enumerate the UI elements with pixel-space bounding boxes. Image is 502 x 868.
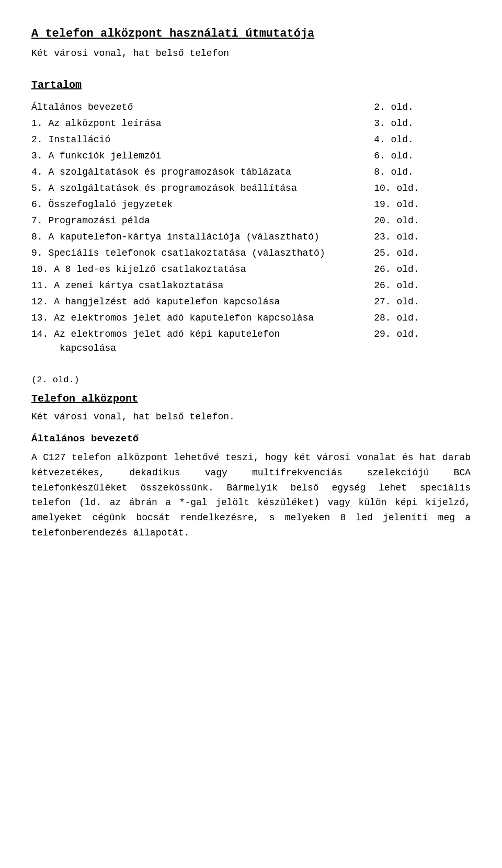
toc-row: 4. A szolgáltatások és programozások táb… bbox=[31, 164, 471, 180]
toc-row: 11. A zenei kártya csatlakoztatása26. ol… bbox=[31, 278, 471, 294]
section-ref: (2. old.) bbox=[31, 373, 471, 387]
toc-row: 7. Programozási példa20. old. bbox=[31, 213, 471, 229]
toc-row: 9. Speciális telefonok csatlakoztatása (… bbox=[31, 245, 471, 261]
toc-item-page: 29. old. bbox=[374, 326, 471, 357]
toc-item-label: 6. Összefoglaló jegyzetek bbox=[31, 197, 374, 213]
page-title: A telefon alközpont használati útmutatój… bbox=[31, 25, 471, 42]
toc-row: 2. Installáció4. old. bbox=[31, 132, 471, 148]
toc-item-page: 26. old. bbox=[374, 278, 471, 294]
toc-item-label: 5. A szolgáltatások és programozások beá… bbox=[31, 180, 374, 197]
toc-row: Általános bevezető2. old. bbox=[31, 99, 471, 116]
toc-item-label: 10. A 8 led-es kijelző csatlakoztatása bbox=[31, 261, 374, 278]
body-paragraph: A C127 telefon alközpont lehetővé teszi,… bbox=[31, 450, 471, 541]
toc-item-page: 6. old. bbox=[374, 148, 471, 164]
section-bold-heading: Általános bevezető bbox=[31, 431, 471, 447]
toc-row: 12. A hangjelzést adó kaputelefon kapcso… bbox=[31, 294, 471, 310]
toc-item-page: 2. old. bbox=[374, 99, 471, 116]
toc-item-page: 19. old. bbox=[374, 197, 471, 213]
section-title: Telefon alközpont bbox=[31, 391, 471, 407]
toc-item-page: 10. old. bbox=[374, 180, 471, 197]
toc-item-label: 9. Speciális telefonok csatlakoztatása (… bbox=[31, 245, 374, 261]
toc-row: 13. Az elektromos jelet adó kaputelefon … bbox=[31, 310, 471, 326]
toc-item-label: 3. A funkciók jellemzői bbox=[31, 148, 374, 164]
toc-heading: Tartalom bbox=[31, 77, 471, 93]
toc-item-page: 27. old. bbox=[374, 294, 471, 310]
toc-item-page: 8. old. bbox=[374, 164, 471, 180]
toc-row: 8. A kaputelefon-kártya installációja (v… bbox=[31, 229, 471, 245]
toc-item-label: 1. Az alközpont leírása bbox=[31, 116, 374, 132]
toc-item-label: 13. Az elektromos jelet adó kaputelefon … bbox=[31, 310, 374, 326]
toc-item-page: 4. old. bbox=[374, 132, 471, 148]
toc-row: 1. Az alközpont leírása3. old. bbox=[31, 116, 471, 132]
toc-table: Általános bevezető2. old.1. Az alközpont… bbox=[31, 99, 471, 357]
toc-item-page: 28. old. bbox=[374, 310, 471, 326]
toc-item-label: 7. Programozási példa bbox=[31, 213, 374, 229]
toc-item-label: 14. Az elektromos jelet adó képi kaputel… bbox=[31, 326, 374, 357]
toc-item-label: 11. A zenei kártya csatlakoztatása bbox=[31, 278, 374, 294]
toc-row: 14. Az elektromos jelet adó képi kaputel… bbox=[31, 326, 471, 357]
toc-item-label: 12. A hangjelzést adó kaputelefon kapcso… bbox=[31, 294, 374, 310]
toc-row: 6. Összefoglaló jegyzetek19. old. bbox=[31, 197, 471, 213]
toc-row: 3. A funkciók jellemzői6. old. bbox=[31, 148, 471, 164]
toc-item-page: 23. old. bbox=[374, 229, 471, 245]
section-subtitle: Két városi vonal, hat belső telefon. bbox=[31, 410, 471, 424]
page-subtitle: Két városi vonal, hat belső telefon bbox=[31, 47, 471, 61]
toc-row: 10. A 8 led-es kijelző csatlakoztatása26… bbox=[31, 261, 471, 278]
toc-item-page: 3. old. bbox=[374, 116, 471, 132]
toc-item-label: 4. A szolgáltatások és programozások táb… bbox=[31, 164, 374, 180]
toc-item-page: 26. old. bbox=[374, 261, 471, 278]
toc-item-page: 25. old. bbox=[374, 245, 471, 261]
toc-item-page: 20. old. bbox=[374, 213, 471, 229]
toc-item-label: 2. Installáció bbox=[31, 132, 374, 148]
toc-item-label: 8. A kaputelefon-kártya installációja (v… bbox=[31, 229, 374, 245]
toc-item-label: Általános bevezető bbox=[31, 99, 374, 116]
toc-row: 5. A szolgáltatások és programozások beá… bbox=[31, 180, 471, 197]
